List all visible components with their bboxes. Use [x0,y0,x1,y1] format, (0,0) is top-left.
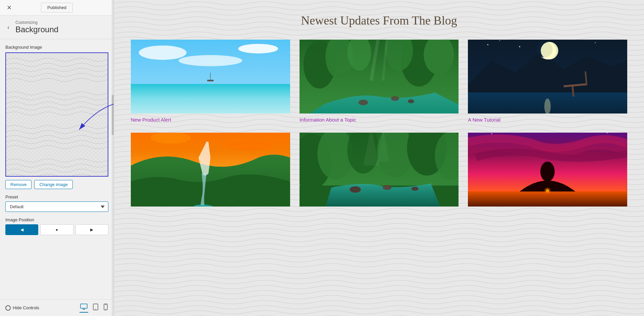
post-image-2 [300,40,459,114]
back-button[interactable]: ‹ [5,23,11,32]
panel-content: Background Image Remove Change ima [0,39,114,299]
device-icons [79,303,108,313]
header-titles: Customizing Background [15,20,58,34]
svg-point-36 [499,40,500,41]
close-button[interactable]: ✕ [4,3,14,13]
post-image-4 [131,133,290,207]
post-card: New Product Alert [131,40,290,123]
svg-point-26 [358,100,368,105]
blog-title: Newest Updates From The Blog [131,13,627,28]
bg-image-preview [5,52,108,177]
svg-point-12 [178,55,242,66]
position-left-button[interactable]: ◀ [5,224,38,235]
svg-rect-15 [207,80,214,81]
svg-point-63 [544,187,551,194]
svg-point-37 [519,46,521,47]
svg-point-55 [383,185,391,190]
desktop-icon[interactable] [79,303,88,313]
svg-rect-10 [131,85,290,114]
svg-point-27 [391,96,399,101]
hide-controls-label: Hide Controls [13,305,39,310]
customizing-label: Customizing [15,20,58,25]
svg-rect-1 [80,304,87,308]
post-link-3[interactable]: A New Tutorial [468,117,627,123]
svg-point-56 [411,187,418,191]
svg-point-54 [350,186,361,193]
post-image-3 [468,40,627,114]
svg-point-11 [139,45,186,60]
bottom-bar: Hide Controls [0,299,114,316]
svg-point-5 [95,309,96,310]
scrollbar-track[interactable] [112,0,114,316]
position-right-button[interactable]: ▶ [75,224,108,235]
svg-point-35 [487,44,489,45]
scrollbar-thumb[interactable] [112,95,114,135]
posts-grid: New Product Alert [131,40,627,210]
post-card: A New Tutorial [468,40,627,123]
background-title: Background [15,25,58,34]
svg-point-45 [226,141,274,150]
position-buttons: ◀ ● ▶ [5,224,108,235]
svg-point-33 [541,42,558,59]
change-image-button[interactable]: Change image [34,180,73,189]
svg-point-28 [408,99,414,103]
position-center-button[interactable]: ● [40,224,73,235]
post-link-2[interactable]: Information About a Topic [300,117,459,123]
hide-controls-button[interactable]: Hide Controls [5,305,39,311]
post-image-5 [300,133,459,207]
image-action-buttons: Remove Change image [5,180,108,189]
customizer-panel: ✕ Published ‹ Customizing Background Bac… [0,0,114,316]
post-card [468,133,627,210]
bg-image-label: Background Image [5,45,108,50]
svg-point-7 [105,309,106,310]
mobile-icon[interactable] [103,303,108,313]
svg-point-64 [491,133,493,134]
blog-inner: Newest Updates From The Blog [114,0,644,223]
published-button[interactable]: Published [41,3,73,12]
svg-point-13 [238,44,278,53]
panel-header: ‹ Customizing Background [0,15,114,39]
post-card [300,133,459,210]
post-image-1 [131,40,290,114]
svg-point-61 [540,162,555,181]
post-card [131,133,290,210]
svg-point-38 [595,42,596,43]
preset-select[interactable]: Default Fill Fit Repeat Custom [5,201,108,212]
post-image-6 [468,133,627,207]
circle-icon [5,305,11,311]
post-link-1[interactable]: New Product Alert [131,117,290,123]
blog-preview: Newest Updates From The Blog [114,0,644,316]
tablet-icon[interactable] [92,303,99,313]
top-bar: ✕ Published [0,0,114,15]
post-card: Information About a Topic [300,40,459,123]
remove-button[interactable]: Remove [5,180,32,189]
preset-label: Preset [5,194,108,199]
image-position-label: Image Position [5,217,108,222]
